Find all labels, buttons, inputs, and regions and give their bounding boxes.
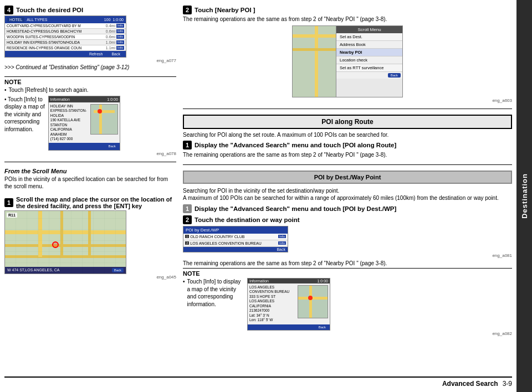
step1-poi-route-section: 1 Display the "Advanced Search" menu and… (183, 141, 512, 149)
list-tab-all[interactable]: ALL TYPES (24, 17, 49, 22)
screenshot-caption-a082: eng_a082 (183, 331, 512, 336)
list-row[interactable]: HOMESTEAD-CYPRESS/LONG BEACH/CYM0.6miInf… (5, 29, 126, 34)
info-back-btn[interactable]: Back (106, 143, 117, 149)
info2-map-road (298, 297, 328, 300)
poi-row-info[interactable]: Info (278, 235, 286, 238)
step2-nearby-body: The remaining operations are the same as… (183, 16, 512, 23)
menu-item-rtt[interactable]: Set as RTT surveillance (336, 64, 402, 72)
note1-bullet1: Touch [Refresh] to search again. (4, 86, 176, 94)
step4-section: 4 Touch the desired POI HOTEL ALL TYPES … (4, 6, 176, 72)
scale-label: R11 (7, 213, 17, 218)
info-screen-thumb: Information 1:0:00 HOLIDAY INNEXPRESS-ST… (48, 96, 120, 151)
step2-poi-route-body: The remaining operations are the same as… (183, 151, 512, 159)
info-label: Information (50, 97, 70, 102)
columns: 4 Touch the desired POI HOTEL ALL TYPES … (4, 6, 512, 376)
info-time: 1:0:00 (107, 97, 117, 102)
scroll-menu-screenshot: Scroll Menu Set as Dest. Address Book Ne… (292, 25, 403, 97)
list-row[interactable]: HOLIDAY INN EXPRESS-STANTON/HOLIDA1.0miI… (5, 40, 126, 45)
list-tab-hotel[interactable]: HOTEL (7, 17, 24, 22)
step2-poi-dest-section: 2 Touch the destination or way point POI… (183, 215, 512, 258)
step1-poi-route-heading: 1 Display the "Advanced Search" menu and… (183, 141, 512, 149)
row-dist: 1.0mi (106, 40, 115, 44)
step1-poi-dest-num: 1 (183, 204, 192, 213)
poi-row-num: 2 (185, 241, 189, 245)
note2-content: Touch [Info] to display a map of the vic… (183, 278, 512, 331)
row-dist: 1.1mi (106, 46, 115, 50)
poi-row-name: LOS ANGELES CONVENTION BUREAU (190, 241, 261, 245)
poi-back-btn[interactable]: Back (277, 247, 285, 251)
right-column: 2 Touch [Nearby POI ] The remaining oper… (183, 6, 512, 376)
info-content: HOLIDAY INNEXPRESS-STANTON-HOLIDA190 KAT… (49, 102, 120, 143)
step2-nearby-num: 2 (183, 6, 192, 14)
map-road-h (94, 110, 115, 113)
step1-scroll-heading: 1 Scroll the map and place the cursor on… (4, 196, 176, 209)
step4-label: Touch the desired POI (16, 7, 83, 13)
map-grid (5, 211, 126, 274)
menu-item-setdest[interactable]: Set as Dest. (336, 33, 402, 41)
row-dist: 0.4mi (106, 24, 115, 28)
poi-row-num: 1 (185, 235, 189, 238)
poi-along-route-body: Searching for POI along the set route. A… (183, 131, 512, 139)
map-cursor (52, 241, 59, 248)
list-row[interactable]: RESIDENCE INN-CYPRESS ORANGE COUN1.1miIn… (5, 45, 126, 51)
list-row[interactable]: COURTYARD-CYPRESS/COURTYARD BY M0.4miInf… (5, 23, 126, 29)
step2-nearby-label: Touch [Nearby POI ] (195, 7, 255, 13)
map-back-btn[interactable]: Back (112, 268, 124, 272)
step1-scroll-label: Scroll the map and place the cursor on t… (16, 196, 176, 209)
section-advanced-search: Advanced Search (442, 380, 498, 388)
row-name: COURTYARD-CYPRESS/COURTYARD BY M (7, 24, 106, 28)
list-footer: Refresh Back (5, 51, 126, 57)
step1-poi-dest-heading: 1 Display the "Advanced Search" menu and… (183, 204, 512, 213)
note2-bullet: Touch [Info] to display a map of the vic… (183, 278, 244, 308)
step1-scroll-num: 1 (4, 198, 13, 207)
row-info[interactable]: Info (116, 46, 124, 50)
row-info[interactable]: Info (116, 29, 124, 33)
screenshot-caption-a045: eng_a045 (4, 275, 176, 280)
page-number: 3-9 (503, 380, 512, 388)
row-info[interactable]: Info (116, 35, 124, 39)
note1-info-row: • Touch [Info] todisplay a map ofthe vic… (4, 96, 176, 151)
refresh-btn[interactable]: Refresh (86, 51, 106, 56)
menu-item-nearbypoi[interactable]: Nearby POI (336, 49, 402, 56)
list-header: HOTEL ALL TYPES 100 1:0:00 (5, 16, 126, 23)
poi-dest-section: POI by Dest./Way Point Searching for POI… (183, 171, 512, 336)
step4-num: 4 (4, 6, 13, 14)
list-row[interactable]: WOODFIN SUITES-CYPRESS/WOODFIN0.6miInfo (5, 34, 126, 40)
step1-poi-dest-label: Display the "Advanced Search" menu and t… (195, 205, 396, 212)
poi-row-1[interactable]: 1 OLD RANCH COUNTRY CLUB Info (183, 234, 288, 240)
map-location-text: W 474 ST,LOS ANGELES, CA (7, 268, 60, 272)
row-name: HOLIDAY INN EXPRESS-STANTON/HOLIDA (7, 40, 106, 44)
menu-overlay: Scroll Menu Set as Dest. Address Book Ne… (336, 26, 402, 97)
poi-along-route-box: POI along Route (183, 115, 512, 129)
menu-title: Scroll Menu (336, 26, 402, 33)
row-info[interactable]: Info (116, 40, 124, 44)
scroll-menu-section: From the Scroll Menu POIs in the vicinit… (4, 168, 176, 190)
sidebar-label: Destination (520, 173, 529, 219)
info2-back-btn[interactable]: Back (316, 325, 328, 329)
note1-title: NOTE (4, 79, 176, 85)
poi-row-2[interactable]: 2 LOS ANGELES CONVENTION BUREAU Info (183, 240, 288, 247)
note2-text: Touch [Info] to display a map of the vic… (183, 278, 244, 308)
section-divider-1 (4, 162, 176, 162)
right-sidebar: Destination (516, 0, 532, 392)
row-info[interactable]: Info (116, 24, 124, 28)
row-name: RESIDENCE INN-CYPRESS ORANGE COUN (7, 46, 106, 50)
note1-bullet2: • Touch [Info] todisplay a map ofthe vic… (4, 96, 45, 151)
info2-marker (308, 296, 313, 300)
menu-item-addrbook[interactable]: Address Book (336, 41, 402, 49)
info2-time: 1:0:00 (318, 279, 328, 283)
menu-item-loccheck[interactable]: Location check (336, 56, 402, 64)
map-footer: W 474 ST,LOS ANGELES, CA Back (5, 267, 126, 274)
poi-row-info[interactable]: Info (278, 241, 286, 245)
step2-poi-dest-num: 2 (183, 215, 192, 224)
back-btn[interactable]: Back (108, 51, 124, 56)
map-screenshot: R11 W 474 ST,LOS ANGELES, CA Back (4, 210, 126, 274)
main-content: 4 Touch the desired POI HOTEL ALL TYPES … (0, 0, 516, 392)
info2-content: LOS ANGELESCONVENTION BUREAU333 S HOPE S… (248, 283, 330, 324)
continued-text: >>> Continued at "Destination Setting" (… (4, 64, 176, 70)
menu-back-btn[interactable]: Back (388, 73, 401, 78)
step1-poi-route-label: Display the "Advanced Search" menu and t… (195, 142, 396, 148)
note2-section: NOTE Touch [Info] to display a map of th… (183, 268, 512, 336)
row-name: HOMESTEAD-CYPRESS/LONG BEACH/CYM (7, 29, 106, 33)
bg-road-v (315, 26, 318, 97)
